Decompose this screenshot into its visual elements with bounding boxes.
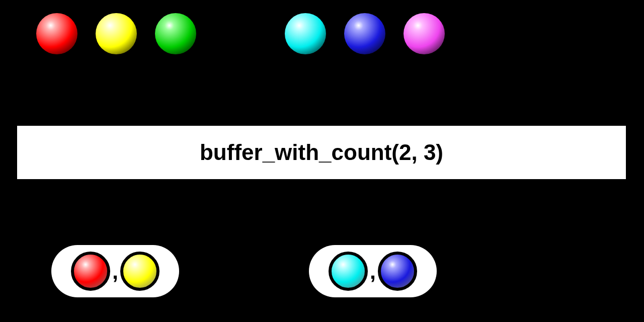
marble-magenta [404,13,445,54]
buffer-1-separator: , [370,259,376,284]
buffer-pill-0: , [51,245,179,297]
marble-yellow [96,13,137,54]
buffer-0-marble-red [71,252,110,291]
buffer-1-marble-blue [378,252,417,291]
buffer-0-marble-yellow [120,252,159,291]
marble-cyan [285,13,326,54]
buffer-0-separator: , [112,259,118,284]
marble-green [155,13,196,54]
operator-label: buffer_with_count(2, 3) [200,140,443,165]
operator-box: buffer_with_count(2, 3) [17,126,626,179]
marble-blue [344,13,385,54]
buffer-pill-1: , [309,245,437,297]
marble-red [36,13,77,54]
buffer-1-marble-cyan [329,252,368,291]
